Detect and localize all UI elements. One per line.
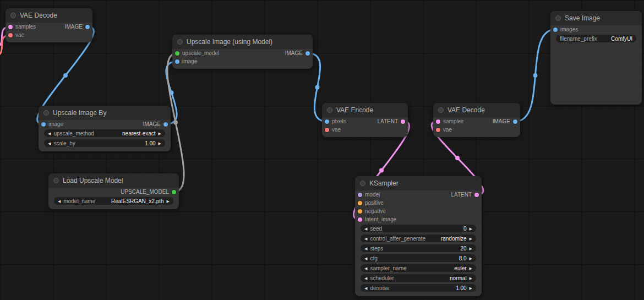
widget-sampler_name[interactable]: ◀sampler_nameeuler▶ <box>361 264 476 272</box>
positive-input-port[interactable] <box>358 201 362 205</box>
output-slot-IMAGE: IMAGE <box>65 23 90 31</box>
increment-arrow-icon[interactable]: ▶ <box>470 266 472 270</box>
decrement-arrow-icon[interactable]: ◀ <box>48 132 51 135</box>
increment-arrow-icon[interactable]: ▶ <box>470 227 472 231</box>
output-slot-IMAGE: IMAGE <box>143 120 168 128</box>
node-status-icon <box>555 15 561 21</box>
node-title-text: Upscale Image (using Model) <box>187 38 272 46</box>
decrement-arrow-icon[interactable]: ◀ <box>364 237 367 241</box>
widget-control_after_generate[interactable]: ◀control_after_generaterandomize▶ <box>361 234 476 242</box>
image-input-port[interactable] <box>175 59 179 64</box>
decrement-arrow-icon[interactable]: ◀ <box>58 199 61 203</box>
increment-arrow-icon[interactable]: ▶ <box>470 276 472 280</box>
widget-label: control_after_generate <box>370 236 425 242</box>
vae-input-port[interactable] <box>436 128 440 132</box>
IMAGE-output-port[interactable] <box>305 51 310 56</box>
widget-value: normal <box>450 275 467 281</box>
widget-value: 1.00 <box>456 285 466 291</box>
node-vae_encode[interactable]: VAE EncodepixelsLATENTvae <box>322 103 408 137</box>
slot-row: negative <box>355 207 482 215</box>
UPSCALE_MODEL-output-port[interactable] <box>172 190 176 194</box>
input-slot-samples: samples <box>8 23 36 31</box>
node-vae_decode_1[interactable]: VAE DecodesamplesIMAGEvae <box>6 8 92 42</box>
negative-input-port[interactable] <box>358 209 362 214</box>
increment-arrow-icon[interactable]: ▶ <box>159 132 161 135</box>
widget-filename_prefix[interactable]: filename_prefixComfyUI <box>556 35 636 42</box>
slot-row: samplesIMAGE <box>6 23 92 31</box>
node-title-bar[interactable]: Save Image <box>550 11 642 25</box>
images-input-port[interactable] <box>553 28 558 32</box>
node-upscale_by[interactable]: Upscale Image ByimageIMAGE◀upscale_metho… <box>39 106 171 151</box>
decrement-arrow-icon[interactable]: ◀ <box>364 257 367 260</box>
vae-input-port[interactable] <box>325 128 329 132</box>
output-label: LATENT <box>377 118 398 124</box>
upscale_model-input-port[interactable] <box>175 51 179 56</box>
vae-input-port[interactable] <box>8 33 13 37</box>
widget-cfg[interactable]: ◀cfg8.0▶ <box>361 254 476 262</box>
output-label: IMAGE <box>493 118 510 124</box>
increment-arrow-icon[interactable]: ▶ <box>470 247 472 250</box>
output-label: IMAGE <box>285 50 303 56</box>
widget-label: filename_prefix <box>560 36 597 42</box>
IMAGE-output-port[interactable] <box>163 122 168 127</box>
node-ksampler[interactable]: KSamplermodelLATENTpositivenegativelaten… <box>355 176 482 296</box>
node-upscale_model_node[interactable]: Upscale Image (using Model)upscale_model… <box>172 35 313 69</box>
node-vae_decode_2[interactable]: VAE DecodesamplesIMAGEvae <box>433 103 520 137</box>
decrement-arrow-icon[interactable]: ◀ <box>364 266 367 270</box>
decrement-arrow-icon[interactable]: ◀ <box>48 141 51 145</box>
node-title-bar[interactable]: VAE Decode <box>433 103 520 117</box>
widget-model_name[interactable]: ◀model_nameRealESRGAN_x2.pth▶ <box>54 197 173 205</box>
node-title-bar[interactable]: VAE Decode <box>6 8 92 23</box>
decrement-arrow-icon[interactable]: ◀ <box>364 247 367 250</box>
decrement-arrow-icon[interactable]: ◀ <box>364 227 367 231</box>
node-title-bar[interactable]: Load Upscale Model <box>48 173 179 188</box>
widget-value: euler <box>454 265 466 271</box>
widget-upscale_method[interactable]: ◀upscale_methodnearest-exact▶ <box>44 129 165 137</box>
link-midpoint-dot <box>379 168 384 173</box>
node-title-bar[interactable]: VAE Encode <box>322 103 408 117</box>
input-label: image <box>182 58 197 64</box>
widget-value: ComfyUI <box>611 36 632 42</box>
increment-arrow-icon[interactable]: ▶ <box>159 141 161 145</box>
widget-scheduler[interactable]: ◀schedulernormal▶ <box>361 274 476 282</box>
widget-seed[interactable]: ◀seed0▶ <box>361 225 476 232</box>
samples-input-port[interactable] <box>8 25 13 29</box>
widget-row: ◀upscale_methodnearest-exact▶ <box>39 128 171 138</box>
input-label: pixels <box>332 118 346 124</box>
node-title-bar[interactable]: Upscale Image By <box>39 106 171 120</box>
LATENT-output-port[interactable] <box>401 119 405 124</box>
input-label: samples <box>443 118 463 124</box>
IMAGE-output-port[interactable] <box>513 119 517 124</box>
input-label: images <box>560 26 578 32</box>
increment-arrow-icon[interactable]: ▶ <box>470 286 472 290</box>
widget-row: filename_prefixComfyUI <box>550 34 642 43</box>
slot-row: pixelsLATENT <box>322 117 408 126</box>
node-status-icon <box>360 181 365 186</box>
node-title-text: KSampler <box>369 179 399 187</box>
slot-row: vae <box>433 126 520 134</box>
node-load_upscale_model[interactable]: Load Upscale ModelUPSCALE_MODEL◀model_na… <box>48 173 179 209</box>
graph-canvas[interactable]: VAE DecodesamplesIMAGEvaeUpscale Image (… <box>0 0 644 300</box>
samples-input-port[interactable] <box>436 119 440 124</box>
input-slot-vae: vae <box>325 126 341 134</box>
decrement-arrow-icon[interactable]: ◀ <box>364 276 367 280</box>
IMAGE-output-port[interactable] <box>85 25 90 29</box>
increment-arrow-icon[interactable]: ▶ <box>167 199 170 203</box>
pixels-input-port[interactable] <box>325 119 329 124</box>
node-save_image[interactable]: Save Imageimagesfilename_prefixComfyUI <box>550 11 642 105</box>
widget-scale_by[interactable]: ◀scale_by1.00▶ <box>44 139 165 147</box>
widget-label: seed <box>370 226 382 232</box>
node-title-bar[interactable]: KSampler <box>355 176 482 190</box>
latent_image-input-port[interactable] <box>358 217 362 222</box>
input-label: vae <box>443 127 452 133</box>
node-title-bar[interactable]: Upscale Image (using Model) <box>172 35 313 49</box>
increment-arrow-icon[interactable]: ▶ <box>470 237 472 241</box>
widget-steps[interactable]: ◀steps20▶ <box>361 244 476 252</box>
image-input-port[interactable] <box>41 122 46 127</box>
increment-arrow-icon[interactable]: ▶ <box>470 257 472 260</box>
model-input-port[interactable] <box>358 193 362 197</box>
input-label: samples <box>15 24 36 30</box>
decrement-arrow-icon[interactable]: ◀ <box>364 286 367 290</box>
widget-denoise[interactable]: ◀denoise1.00▶ <box>361 284 476 292</box>
LATENT-output-port[interactable] <box>474 193 479 197</box>
